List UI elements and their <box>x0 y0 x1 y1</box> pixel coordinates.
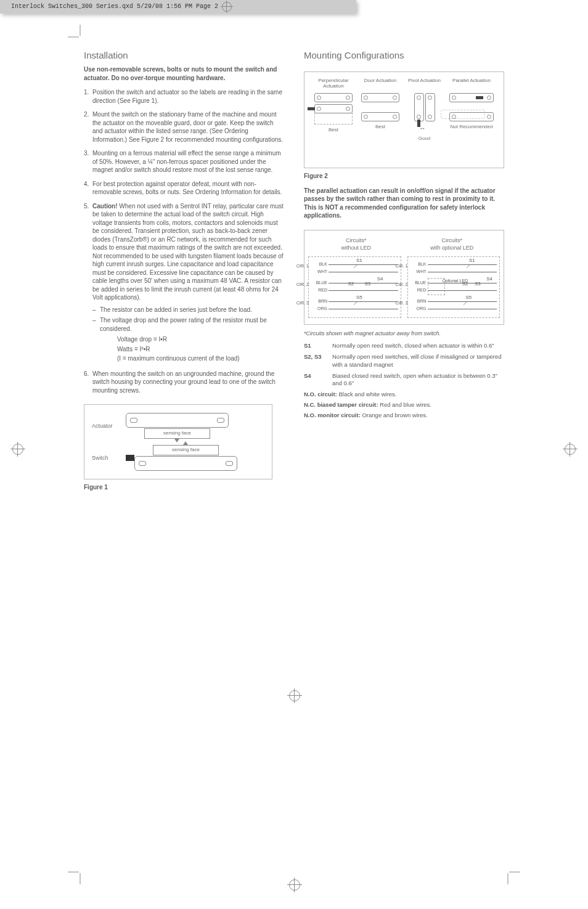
actuator-label: Actuator <box>92 422 126 430</box>
s4-label: S4 <box>377 276 383 283</box>
wire-label: BRN <box>311 298 329 304</box>
legend-s4-v: Biased closed reed switch, open when act… <box>332 372 504 388</box>
fig2-b1: Best <box>329 127 338 134</box>
parallel-warning: The parallel actuation can result in on/… <box>304 187 504 220</box>
left-column: Installation Use non-removable screws, b… <box>84 49 284 491</box>
cir3-label: CIR. 3 <box>296 300 309 306</box>
registration-icon <box>565 444 576 455</box>
cable-icon <box>126 455 134 461</box>
registration-icon <box>222 2 232 12</box>
mini-rect <box>314 104 353 113</box>
mini-rect <box>449 112 494 121</box>
figure-2-box: Perpendicular Actuation Best Door Actuat… <box>304 71 504 168</box>
fig2-b4: Not Recommended <box>451 124 493 131</box>
crop-mark <box>68 866 86 884</box>
wire-label: BLUE <box>410 280 428 285</box>
step-num: 5. <box>84 202 92 364</box>
wire-label: BRN <box>410 298 428 304</box>
wire-label: BLK <box>410 261 428 267</box>
fig3-t1: Circuits* without LED <box>308 237 404 251</box>
fig2-b2: Best <box>375 124 385 131</box>
fig3-t2: Circuits* with optional LED <box>404 237 500 251</box>
vert-rect <box>414 93 424 121</box>
actuator-rect <box>126 413 229 428</box>
mini-rect <box>361 112 399 121</box>
step-5: Caution! When not used with a Sentrol IN… <box>92 202 284 364</box>
figure-1-caption: Figure 1 <box>84 483 284 492</box>
mini-rect <box>449 93 494 102</box>
wire-label: RED <box>410 287 428 293</box>
arrows-icon: ↔ <box>419 124 430 133</box>
legend-nc: N.C. biased tamper circuit: Red and blue… <box>304 401 504 409</box>
caution-label: Caution! <box>92 203 118 210</box>
step-num: 6. <box>84 370 92 395</box>
cir1-label: CIR. 1 <box>396 263 408 269</box>
wire-label: BLUE <box>311 280 329 285</box>
crop-mark <box>502 866 520 884</box>
motion-dashed <box>314 113 353 124</box>
s4-label: S4 <box>486 276 492 283</box>
cir3-label: CIR. 3 <box>396 300 408 306</box>
registration-icon <box>289 879 300 891</box>
legend-s1-k: S1 <box>304 342 332 350</box>
sensing-face-top: sensing face <box>144 428 210 439</box>
switch-rect <box>134 456 237 471</box>
s3-label: S3 <box>365 281 371 288</box>
cir2-label: CIR. 2 <box>296 282 309 287</box>
wire-label: BLK <box>311 261 329 267</box>
step-6: When mounting the switch on an ungrounde… <box>92 370 284 395</box>
intro-text: Use non-removable screws, bolts or nuts … <box>84 65 284 82</box>
switch-label: Switch <box>92 454 126 462</box>
circuits-note: *Circuits shown with magnet actuator awa… <box>304 330 504 337</box>
s3-label: S3 <box>475 281 481 288</box>
circuits-led: CIR. 1 BLKS1⟋ WHT Optional LED CIR. 2 BL… <box>407 256 500 318</box>
sensing-face-bottom: sensing face <box>153 445 219 455</box>
step-3: Mounting on a ferrous material will effe… <box>92 149 284 174</box>
figure-1-box: Actuator sensing face Switch sensing fac… <box>84 404 272 479</box>
step-1: Position the switch and actuator so the … <box>92 88 284 105</box>
step-4: For best protection against operator def… <box>92 180 284 197</box>
mounting-heading: Mounting Configurations <box>304 49 504 62</box>
right-column: Mounting Configurations Perpendicular Ac… <box>304 49 504 491</box>
fig2-h4: Parallel Actuation <box>452 78 491 93</box>
led-box <box>428 278 445 295</box>
eq-3: (I = maximum continuous current of the l… <box>117 354 284 363</box>
fig2-h1: Perpendicular Actuation <box>314 78 353 93</box>
step-2: Mount the switch on the stationary frame… <box>92 110 284 144</box>
figure-2-caption: Figure 2 <box>304 172 504 181</box>
steps-list: 1.Position the switch and actuator so th… <box>84 88 284 394</box>
figure-3-box: Circuits* without LED Circuits* with opt… <box>304 230 504 325</box>
fig2-b3: Good <box>419 136 431 142</box>
vert-rect <box>425 93 435 121</box>
step-5-body: When not used with a Sentrol INT relay, … <box>92 203 284 301</box>
legend-s23-v: Normally open reed switches, will close … <box>332 353 504 369</box>
cir1-label: CIR. 1 <box>296 263 309 269</box>
registration-icon <box>12 444 23 455</box>
registration-icon <box>289 690 300 701</box>
step-num: 3. <box>84 149 92 174</box>
mini-rect <box>361 93 399 102</box>
step-num: 4. <box>84 180 92 197</box>
wire-label: ORG <box>311 306 329 311</box>
fig2-h3: Pivot Actuation <box>408 78 441 93</box>
mini-rect <box>314 93 353 102</box>
eq-1: Voltage drop = I•R <box>117 335 284 344</box>
fig2-h2: Door Actuation <box>364 78 396 93</box>
s2-label: S2 <box>462 281 468 288</box>
legend-s23-k: S2, S3 <box>304 353 332 369</box>
legend-no: N.O. circuit: Black and white wires. <box>304 391 504 399</box>
step-num: 2. <box>84 110 92 144</box>
file-tag-bar: Interlock Switches_300 Series.qxd 5/29/0… <box>0 0 356 14</box>
file-tag-text: Interlock Switches_300 Series.qxd 5/29/0… <box>11 2 218 11</box>
legend-s1-v: Normally open reed switch, closed when a… <box>332 342 504 350</box>
s2-label: S2 <box>348 281 354 288</box>
wire-label: WHT <box>410 269 428 274</box>
installation-heading: Installation <box>84 49 284 62</box>
crop-mark <box>68 25 86 43</box>
wire-label: WHT <box>311 269 329 274</box>
step-num: 1. <box>84 88 92 105</box>
wire-label: ORG <box>410 306 428 311</box>
wire-label: RED <box>311 287 329 293</box>
bullet-2: The voltage drop and the power rating of… <box>92 316 284 333</box>
bullet-1: The resistor can be added in series just… <box>92 306 284 314</box>
